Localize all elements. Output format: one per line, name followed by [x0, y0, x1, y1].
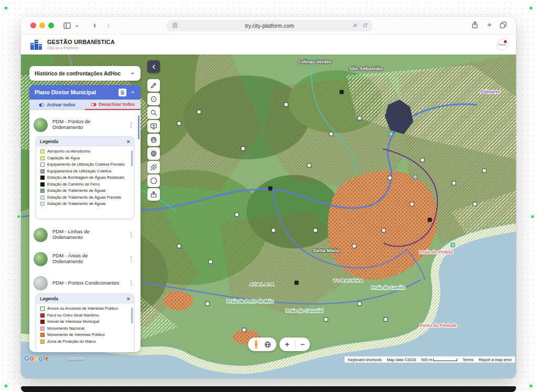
legend-item-label: Estação de Tratamento de Águas [47, 201, 105, 206]
identify-tool-button[interactable] [147, 93, 160, 105]
legend-item-label: Estação de Bombagem de Águas Residuais [47, 175, 124, 180]
minimize-window-button[interactable] [39, 23, 45, 28]
legend-title: Legenda [40, 139, 58, 144]
collapse-panel-button[interactable] [147, 60, 160, 73]
legend-swatch [40, 149, 45, 154]
print-tool-button[interactable] [147, 134, 160, 146]
scale-bar [433, 358, 457, 361]
google-letter: o [30, 354, 34, 362]
map-label: Santa Maria [313, 248, 340, 253]
keyboard-shortcuts-link[interactable]: Keyboard shortcuts [348, 357, 382, 362]
legend-swatch [40, 182, 45, 187]
reload-icon[interactable] [362, 23, 368, 28]
activate-all-button[interactable]: Activar todos [29, 100, 85, 110]
layer-bulk-actions: Activar todos Desactivar todos [29, 100, 141, 110]
address-bar[interactable]: try.city-platform.com [167, 20, 372, 31]
layer-menu-button[interactable]: ⋮ [128, 279, 136, 287]
fullscreen-window-button[interactable] [48, 23, 54, 28]
zoom-in-button[interactable]: + [280, 338, 295, 351]
new-tab-button[interactable]: + [487, 20, 492, 29]
legend-item-label: Monumento de Interesse Público [47, 332, 105, 337]
map-label: Ponta da Piedade [420, 323, 457, 328]
legend-item-label: Equipamentos de Utilização Coletiva [47, 169, 111, 173]
sidebar-toggle-button[interactable] [63, 21, 71, 30]
layer-thumbnail[interactable] [34, 118, 48, 132]
layer-list-panel: PDM - Pontos de Ordenamento ⋮ Legenda × … [29, 110, 141, 352]
legend-swatch [40, 202, 45, 206]
target-icon [150, 95, 157, 103]
search-tool-button[interactable] [147, 106, 160, 119]
close-icon[interactable]: × [127, 139, 130, 144]
forward-button[interactable]: › [107, 21, 110, 29]
tab-overview-button[interactable] [499, 21, 507, 29]
legend-item: Estação de Tratamento de Águas Prevista [40, 195, 130, 200]
map-label: Praia do Pinhão [420, 249, 453, 255]
pegman-button[interactable] [253, 340, 260, 349]
legend-swatch [40, 195, 45, 200]
layer-menu-button[interactable]: ⋮ [128, 255, 136, 263]
map-attribution: Keyboard shortcuts Map data ©2026 500 m … [345, 356, 515, 363]
zoom-out-button[interactable]: − [295, 338, 310, 351]
layer-thumbnail[interactable] [34, 228, 48, 242]
octagon-icon [150, 177, 157, 184]
pencil-icon [150, 82, 157, 89]
pdm-panel-title: Plano Diretor Municipal [35, 89, 96, 95]
map-tool-column [147, 60, 160, 201]
scrollbar-thumb[interactable] [131, 308, 133, 323]
legend-item: Monumento de Interesse Público [40, 332, 130, 337]
layer-thumbnail[interactable] [34, 252, 48, 266]
selection-handle [529, 384, 533, 388]
layer-row-pontos-ordenamento[interactable]: PDM - Pontos de Ordenamento ⋮ [34, 114, 136, 135]
scrollbar-thumb[interactable] [138, 115, 139, 139]
legend-swatch [40, 326, 45, 331]
layer-label: PDM - Linhas de Ordenamento [52, 229, 120, 241]
map-data-text: Map data ©2026 [387, 357, 416, 362]
translate-icon[interactable] [352, 23, 358, 28]
back-button[interactable]: ‹ [93, 21, 96, 29]
google-logo[interactable]: Google [24, 354, 49, 362]
legend-item-label: Zona de Proteção do Marco [47, 339, 96, 344]
share-button[interactable] [471, 21, 479, 29]
close-icon[interactable]: × [127, 296, 130, 301]
chevron-left-icon [151, 63, 157, 70]
export-tool-button[interactable] [147, 188, 160, 201]
terms-link[interactable]: Terms [463, 357, 473, 362]
layer-menu-button[interactable]: ⋮ [128, 121, 136, 128]
adhoc-history-dropdown[interactable]: Histórico de confrontações AdHoc [29, 66, 141, 81]
tabs-icon [499, 21, 507, 29]
legend-header: Legenda × [36, 137, 134, 146]
legend-swatch [40, 176, 45, 180]
toggle-off-icon [91, 103, 96, 106]
app-header: GESTÃO URBANÍSTICA City as a Platform fo… [21, 35, 516, 55]
page-icon [172, 23, 178, 28]
layer-label: PDM - Pontos de Ordenamento [52, 119, 120, 130]
chevron-down-icon [74, 24, 79, 28]
layer-row-linhas-ordenamento[interactable]: PDM - Linhas de Ordenamento ⋮ [34, 224, 136, 245]
legend-item-label: Estação de Caminho de Ferro [47, 182, 100, 187]
deactivate-all-button[interactable]: Desactivar todos [85, 100, 141, 110]
tab-group-chevron[interactable] [74, 24, 79, 28]
screen-capture-tool-button[interactable] [147, 120, 160, 133]
layer-thumbnail[interactable] [34, 276, 48, 290]
layer-label: PDM - Áreas de Ordenamento [52, 253, 120, 265]
pdm-panel-header[interactable]: Plano Diretor Municipal [29, 85, 141, 100]
globe-button[interactable] [264, 341, 272, 349]
layer-menu-button[interactable]: ⋮ [128, 231, 136, 238]
draw-tool-button[interactable] [147, 79, 160, 92]
legend-item: Estação de Tratamento de Águas [40, 201, 130, 206]
scrollbar-thumb[interactable] [131, 150, 133, 166]
legend-item-label: Árvore ou Arvoredo de Interesse Público [47, 306, 118, 311]
scale-control: 500 m [421, 357, 457, 362]
close-window-button[interactable] [30, 23, 36, 28]
layer-row-areas-ordenamento[interactable]: PDM - Áreas de Ordenamento ⋮ [34, 248, 136, 269]
activate-all-label: Activar todos [47, 102, 75, 107]
print-alt-tool-button[interactable] [147, 147, 160, 160]
app-subtitle: City as a Platform [47, 46, 115, 50]
hatch-layers-tool-button[interactable] [147, 161, 160, 173]
report-error-link[interactable]: Report a map error [479, 357, 512, 362]
polygon-tool-button[interactable] [147, 175, 160, 187]
map-label: TORRINHA [334, 278, 364, 283]
app-logo-icon [29, 38, 43, 51]
layer-row-pontos-condicionantes[interactable]: PDM - Pontos Condicionantes ⋮ [34, 273, 136, 293]
legend-swatch [40, 307, 45, 311]
